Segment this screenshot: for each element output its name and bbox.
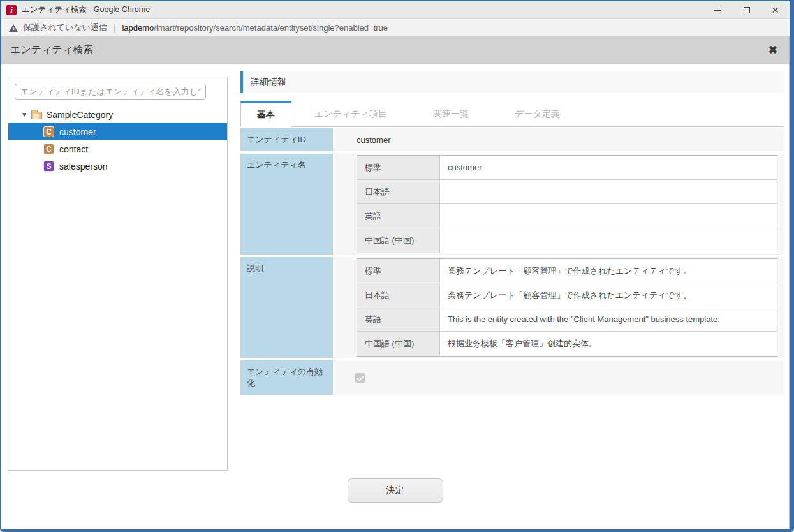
tab-entity-items[interactable]: エンティティ項目: [291, 101, 410, 126]
tree-node-label: SampleCategory: [47, 110, 113, 120]
submit-button[interactable]: 決定: [348, 478, 443, 503]
lang-label: 標準: [357, 156, 440, 179]
entity-name-row: エンティティ名 標準 customer 日本語: [240, 154, 784, 255]
entity-id-label: エンティティID: [240, 128, 333, 151]
lang-row: 日本語 業務テンプレート「顧客管理」で作成されたエンティティです。: [357, 283, 777, 307]
lang-value: 根据业务模板「客户管理」创建的实体。: [440, 332, 777, 356]
tree-node-entity[interactable]: C contact: [8, 140, 227, 158]
tree-node-label: salesperson: [59, 161, 108, 172]
dialog-footer: 決定: [1, 471, 789, 529]
entity-name-lang-table: 標準 customer 日本語 英語: [357, 155, 777, 253]
url-path: /imart/repository/search/metadata/entity…: [154, 23, 388, 33]
lang-value: 業務テンプレート「顧客管理」で作成されたエンティティです。: [440, 259, 777, 283]
enabled-label: エンティティの有効化: [240, 360, 333, 395]
lang-label: 標準: [357, 259, 440, 283]
enabled-value: [333, 360, 784, 395]
entity-type-c-icon: C: [43, 126, 54, 137]
titlebar: i エンティティ検索 - Google Chrome ✕: [1, 1, 790, 19]
entity-tree: ▼ SampleCategory C customer C contact: [8, 106, 227, 175]
dialog-header: エンティティ検索 ✖: [1, 36, 789, 64]
url-divider: |: [114, 22, 116, 33]
tree-node-category[interactable]: ▼ SampleCategory: [8, 106, 227, 123]
lang-value: customer: [440, 156, 777, 179]
lang-row: 標準 customer: [357, 156, 777, 180]
lang-value: [440, 180, 777, 203]
entity-type-s-icon: S: [43, 161, 54, 172]
not-secure-warning-icon: !: [9, 24, 18, 32]
lang-row: 中国語 (中国) 根据业务模板「客户管理」创建的实体。: [357, 332, 777, 356]
basic-form: エンティティID customer エンティティ名 標準 customer: [240, 128, 784, 397]
lang-value: This is the entity created with the "Cli…: [440, 307, 777, 331]
entity-id-row: エンティティID customer: [240, 128, 784, 151]
folder-icon: [31, 112, 42, 119]
description-label: 説明: [240, 257, 333, 358]
url-bar: ! 保護されていない通信 | iapdemo/imart/repository/…: [1, 19, 790, 36]
entity-name-value: 標準 customer 日本語 英語: [333, 154, 784, 255]
window-title: エンティティ検索 - Google Chrome: [22, 4, 703, 15]
tree-node-entity[interactable]: S salesperson: [8, 158, 227, 175]
close-window-button[interactable]: ✕: [761, 1, 790, 18]
lang-value: [440, 228, 777, 253]
lang-row: 日本語: [357, 180, 777, 204]
minimize-icon: [714, 10, 721, 11]
detail-tabs: 基本 エンティティ項目 関連一覧 データ定義: [240, 101, 784, 127]
lang-label: 中国語 (中国): [357, 332, 440, 356]
maximize-button[interactable]: [732, 1, 761, 18]
description-row: 説明 標準 業務テンプレート「顧客管理」で作成されたエンティティです。 日本語: [240, 257, 784, 358]
lang-label: 日本語: [357, 283, 440, 307]
entity-type-c-icon: C: [43, 144, 54, 154]
lang-label: 英語: [357, 204, 440, 228]
lang-row: 標準 業務テンプレート「顧客管理」で作成されたエンティティです。: [357, 259, 777, 283]
url-host: iapdemo: [122, 23, 154, 33]
tab-basic[interactable]: 基本: [240, 101, 291, 127]
description-lang-table: 標準 業務テンプレート「顧客管理」で作成されたエンティティです。 日本語 業務テ…: [357, 258, 777, 357]
entity-search-input[interactable]: [15, 84, 206, 100]
entity-search-dialog: エンティティ検索 ✖ ▼ SampleCategory C: [1, 36, 790, 529]
dialog-title: エンティティ検索: [10, 43, 766, 57]
page-url: iapdemo/imart/repository/search/metadata…: [122, 23, 388, 33]
description-value: 標準 業務テンプレート「顧客管理」で作成されたエンティティです。 日本語 業務テ…: [333, 257, 784, 358]
lang-row: 英語: [357, 204, 777, 228]
lang-label: 中国語 (中国): [357, 228, 440, 253]
entity-id-value: customer: [333, 128, 784, 151]
dialog-close-icon[interactable]: ✖: [766, 42, 780, 58]
tree-node-label: contact: [59, 144, 88, 154]
chevron-down-icon[interactable]: ▼: [21, 111, 31, 118]
tab-relations[interactable]: 関連一覧: [410, 101, 492, 126]
enabled-row: エンティティの有効化: [240, 360, 784, 395]
security-label: 保護されていない通信: [23, 22, 107, 33]
lang-value: 業務テンプレート「顧客管理」で作成されたエンティティです。: [440, 283, 777, 307]
detail-panel-title: 詳細情報: [240, 71, 784, 93]
entity-name-label: エンティティ名: [240, 154, 333, 255]
tab-data-definition[interactable]: データ定義: [492, 101, 583, 126]
maximize-icon: [744, 7, 750, 13]
minimize-button[interactable]: [703, 1, 732, 18]
detail-panel: 詳細情報 基本 エンティティ項目 関連一覧 データ定義 エンティティID cus…: [240, 71, 784, 397]
tree-node-entity[interactable]: C customer: [8, 123, 227, 140]
close-icon: ✕: [772, 6, 779, 15]
dialog-content: ▼ SampleCategory C customer C contact: [1, 64, 789, 529]
enabled-checkbox: [355, 373, 365, 383]
entity-tree-panel: ▼ SampleCategory C customer C contact: [8, 77, 228, 471]
lang-row: 中国語 (中国): [357, 228, 777, 253]
lang-label: 英語: [357, 307, 440, 331]
lang-label: 日本語: [357, 180, 440, 203]
tree-node-label: customer: [59, 127, 96, 137]
lang-value: [440, 204, 777, 228]
lang-row: 英語 This is the entity created with the "…: [357, 307, 777, 332]
browser-window: i エンティティ検索 - Google Chrome ✕ ! 保護されていない通…: [0, 0, 794, 532]
intramart-logo-icon: i: [6, 5, 17, 15]
